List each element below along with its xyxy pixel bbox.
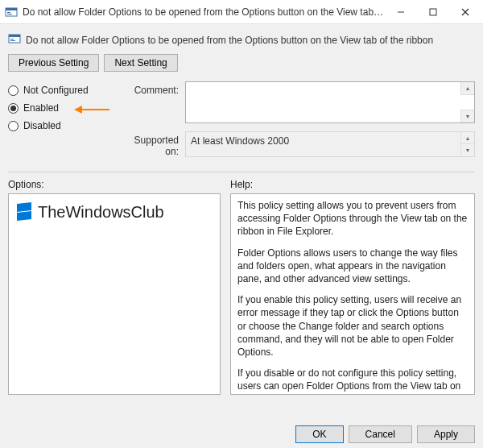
minimize-button[interactable] — [385, 1, 417, 23]
svg-marker-13 — [74, 106, 82, 114]
form-column: Comment: ▴ ▾ Supported on: At least Wind… — [121, 81, 475, 165]
help-column: Help: This policy setting allows you to … — [230, 179, 475, 395]
svg-rect-10 — [10, 39, 14, 39]
watermark: TheWindowsClub — [14, 201, 215, 224]
window-controls — [385, 1, 481, 23]
help-paragraph: Folder Options allows users to change th… — [237, 247, 468, 286]
divider — [8, 172, 475, 172]
supported-label: Supported on: — [121, 131, 185, 157]
ok-button[interactable]: OK — [295, 425, 343, 443]
policy-icon — [5, 6, 18, 19]
svg-rect-2 — [7, 12, 10, 13]
dialog-footer: OK Cancel Apply — [295, 425, 475, 443]
titlebar: Do not allow Folder Options to be opened… — [0, 0, 483, 24]
policy-icon — [8, 32, 21, 48]
content-area: Do not allow Folder Options to be opened… — [0, 24, 483, 400]
radio-label: Disabled — [23, 120, 61, 131]
options-label: Options: — [8, 179, 221, 190]
radio-icon — [8, 121, 19, 131]
comment-label: Comment: — [121, 81, 185, 96]
radio-not-configured[interactable]: Not Configured — [8, 85, 113, 96]
svg-marker-14 — [17, 202, 31, 212]
svg-rect-3 — [7, 14, 12, 15]
svg-rect-11 — [10, 40, 15, 41]
radio-icon — [8, 85, 19, 96]
help-label: Help: — [230, 179, 475, 190]
config-area: Not Configured Enabled Disabled Comment:… — [8, 81, 475, 165]
help-paragraph: If you disable or do not configure this … — [237, 367, 468, 395]
help-paragraph: If you enable this policy setting, users… — [237, 293, 468, 359]
comment-row: Comment: ▴ ▾ — [121, 81, 475, 123]
maximize-button[interactable] — [417, 1, 449, 23]
options-column: Options: TheWindowsClub — [8, 179, 221, 395]
window-title: Do not allow Folder Options to be opened… — [23, 6, 385, 18]
help-paragraph: This policy setting allows you to preven… — [237, 199, 468, 239]
flag-icon — [14, 201, 35, 224]
lower-panels: Options: TheWindowsClub Help: This polic… — [8, 179, 475, 395]
help-panel: This policy setting allows you to preven… — [230, 193, 475, 395]
radio-group: Not Configured Enabled Disabled — [8, 81, 113, 165]
svg-rect-5 — [430, 9, 436, 15]
comment-input[interactable]: ▴ ▾ — [185, 81, 475, 123]
radio-disabled[interactable]: Disabled — [8, 120, 113, 131]
radio-icon — [8, 103, 19, 114]
supported-field: At least Windows 2000 ▴ ▾ — [185, 131, 475, 157]
watermark-text: TheWindowsClub — [38, 203, 164, 222]
cancel-button[interactable]: Cancel — [349, 425, 412, 443]
scroll-down-icon[interactable]: ▾ — [460, 143, 474, 156]
annotation-arrow-icon — [74, 104, 109, 118]
radio-label: Not Configured — [23, 85, 89, 96]
svg-rect-1 — [6, 8, 17, 10]
scroll-up-icon[interactable]: ▴ — [460, 82, 474, 95]
next-setting-button[interactable]: Next Setting — [104, 54, 177, 72]
radio-enabled[interactable]: Enabled — [8, 102, 113, 114]
policy-title: Do not allow Folder Options to be opened… — [26, 35, 433, 46]
supported-value: At least Windows 2000 — [191, 135, 289, 147]
radio-label: Enabled — [23, 102, 59, 114]
previous-setting-button[interactable]: Previous Setting — [8, 54, 99, 72]
apply-button[interactable]: Apply — [417, 425, 475, 443]
options-panel: TheWindowsClub — [8, 193, 221, 395]
policy-header: Do not allow Folder Options to be opened… — [8, 29, 475, 54]
svg-marker-15 — [17, 211, 31, 221]
close-button[interactable] — [449, 1, 481, 23]
svg-rect-9 — [9, 35, 20, 37]
nav-buttons: Previous Setting Next Setting — [8, 54, 475, 72]
supported-row: Supported on: At least Windows 2000 ▴ ▾ — [121, 131, 475, 157]
scroll-down-icon[interactable]: ▾ — [460, 110, 474, 122]
